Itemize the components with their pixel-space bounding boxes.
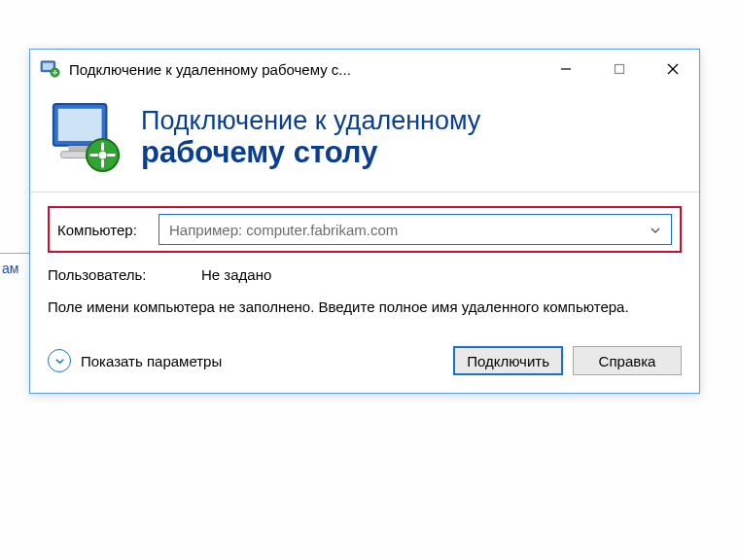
computer-combobox[interactable]: Например: computer.fabrikam.com	[158, 214, 672, 245]
background-divider	[0, 253, 29, 254]
computer-row-highlight: Компьютер: Например: computer.fabrikam.c…	[48, 206, 682, 253]
svg-rect-1	[43, 63, 53, 70]
hint-text: Поле имени компьютера не заполнено. Введ…	[48, 297, 682, 317]
close-button[interactable]	[646, 50, 699, 88]
background-fragment: ам	[2, 261, 18, 276]
svg-rect-8	[58, 109, 102, 141]
svg-rect-4	[615, 65, 623, 74]
rdp-app-icon	[40, 60, 61, 78]
show-options-label: Показать параметры	[81, 353, 222, 369]
minimize-button[interactable]	[539, 50, 592, 88]
footer: Показать параметры Подключить Справка	[30, 340, 699, 393]
maximize-button[interactable]	[592, 50, 646, 88]
rdp-window: Подключение к удаленному рабочему с...	[29, 49, 700, 394]
chevron-down-circle-icon	[48, 349, 71, 372]
chevron-down-icon	[650, 223, 663, 236]
user-value: Не задано	[201, 266, 271, 283]
svg-point-16	[99, 152, 107, 159]
rdp-logo-icon	[48, 100, 123, 176]
header-line-1: Подключение к удаленному	[141, 106, 480, 136]
computer-label: Компьютер:	[57, 222, 158, 238]
help-button[interactable]: Справка	[573, 346, 682, 375]
header-line-2: рабочему столу	[141, 136, 480, 169]
window-title: Подключение к удаленному рабочему с...	[69, 61, 539, 78]
form-area: Компьютер: Например: computer.fabrikam.c…	[30, 192, 699, 340]
connect-button-label: Подключить	[467, 353, 549, 369]
connect-button[interactable]: Подключить	[453, 346, 563, 375]
titlebar: Подключение к удаленному рабочему с...	[30, 50, 699, 88]
show-options-toggle[interactable]: Показать параметры	[48, 349, 222, 372]
help-button-label: Справка	[599, 353, 656, 369]
user-row: Пользователь: Не задано	[48, 266, 682, 283]
header-band: Подключение к удаленному рабочему столу	[30, 88, 699, 192]
computer-placeholder: Например: computer.fabrikam.com	[169, 222, 650, 238]
svg-point-2	[51, 68, 59, 77]
user-label: Пользователь:	[48, 266, 201, 283]
